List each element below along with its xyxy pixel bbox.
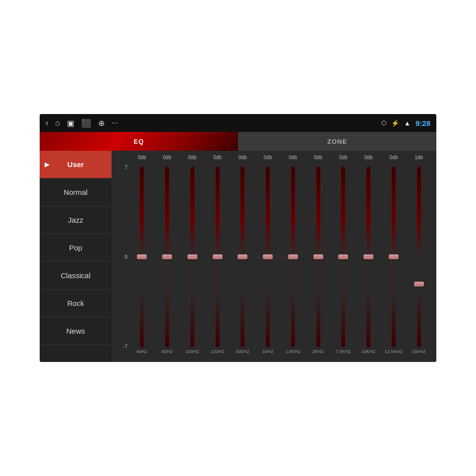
back-button[interactable]: ‹ [46, 119, 48, 127]
eq-slider-track-11[interactable] [417, 167, 421, 347]
status-bar-right: ⬡ ⚡ ▲ 9:28 [381, 119, 430, 127]
eq-freq-label-4: 500HZ [230, 349, 255, 358]
eq-slider-col-11 [406, 165, 431, 349]
cast-icon: ⬡ [381, 119, 386, 126]
eq-slider-handle-8[interactable] [338, 254, 348, 259]
sidebar-item-jazz[interactable]: Jazz [40, 206, 112, 234]
eq-slider-track-6[interactable] [291, 167, 295, 347]
eq-slider-handle-9[interactable] [363, 254, 373, 259]
sidebar-item-user[interactable]: ▶ User [40, 151, 112, 178]
recent-apps-button[interactable]: ▣ [67, 119, 74, 128]
bluetooth-icon: ⚡ [391, 119, 399, 127]
screen: ‹ ⌂ ▣ ⬛ ⊕ ··· ⬡ ⚡ ▲ 9:28 EQ ZONE [40, 114, 436, 362]
status-bar-left: ‹ ⌂ ▣ ⬛ ⊕ ··· [46, 119, 118, 128]
play-arrow-icon: ▶ [45, 161, 49, 168]
eq-slider-handle-4[interactable] [238, 254, 247, 259]
eq-slider-handle-7[interactable] [313, 254, 323, 259]
eq-db-label-0: 0db [129, 155, 155, 165]
eq-slider-handle-2[interactable] [187, 254, 197, 259]
eq-freq-label-9: 10KHZ [356, 349, 381, 358]
eq-slider-col-3 [205, 165, 230, 349]
eq-slider-col-4 [230, 165, 255, 349]
eq-slider-handle-1[interactable] [162, 254, 172, 259]
sidebar-item-news[interactable]: News [40, 317, 112, 345]
eq-slider-col-0 [129, 165, 155, 349]
tab-bar: EQ ZONE [40, 132, 436, 151]
eq-slider-track-3[interactable] [216, 167, 220, 347]
eq-slider-handle-10[interactable] [389, 254, 399, 259]
scale-top: 7 [124, 165, 127, 170]
eq-db-label-3: 0db [205, 155, 230, 165]
time-display: 9:28 [416, 119, 430, 127]
eq-freq-label-5: 1KHZ [255, 349, 281, 358]
eq-db-label-6: 0db [281, 155, 306, 165]
scale-bot: -7 [123, 344, 127, 349]
eq-freq-label-2: 100HZ [180, 349, 205, 358]
tab-zone[interactable]: ZONE [238, 132, 436, 151]
tab-eq[interactable]: EQ [40, 132, 238, 151]
eq-slider-track-10[interactable] [392, 167, 396, 347]
eq-freq-label-6: 1.5KHZ [281, 349, 306, 358]
scale-mid: 0 [124, 254, 127, 260]
eq-freq-label-7: 2KHZ [305, 349, 331, 358]
eq-db-label-7: 0db [305, 155, 331, 165]
eq-slider-handle-3[interactable] [213, 254, 223, 259]
eq-slider-track-1[interactable] [165, 167, 169, 347]
sidebar-item-rock[interactable]: Rock [40, 290, 112, 317]
bag-icon[interactable]: ⊕ [98, 119, 105, 128]
home-button[interactable]: ⌂ [55, 119, 60, 127]
eq-slider-col-5 [255, 165, 281, 349]
eq-freq-label-8: 7.5KHZ [331, 349, 356, 358]
eq-slider-col-7 [305, 165, 331, 349]
eq-slider-col-1 [155, 165, 180, 349]
eq-db-label-9: 0db [356, 155, 381, 165]
eq-slider-handle-6[interactable] [288, 254, 298, 259]
eq-db-label-8: 0db [331, 155, 356, 165]
eq-slider-col-8 [331, 165, 356, 349]
eq-slider-handle-5[interactable] [263, 254, 273, 259]
eq-freq-label-1: 80HZ [155, 349, 180, 358]
camera-button[interactable]: ⬛ [81, 119, 91, 128]
eq-db-label-2: 0db [180, 155, 205, 165]
eq-slider-col-6 [281, 165, 306, 349]
eq-body: 7 0 -7 [119, 165, 431, 349]
sidebar-item-normal[interactable]: Normal [40, 178, 112, 206]
eq-freq-label-0: 60HZ [129, 349, 155, 358]
eq-area: wincairan.ir 0db0db0db0db0db0db0db0db0db… [112, 151, 436, 362]
status-bar: ‹ ⌂ ▣ ⬛ ⊕ ··· ⬡ ⚡ ▲ 9:28 [40, 114, 436, 132]
eq-db-label-10: 0db [381, 155, 407, 165]
eq-slider-track-8[interactable] [341, 167, 345, 347]
eq-slider-track-2[interactable] [190, 167, 194, 347]
eq-slider-col-9 [356, 165, 381, 349]
sidebar-item-classical[interactable]: Classical [40, 262, 112, 290]
eq-freq-label-3: 120HZ [205, 349, 230, 358]
eq-db-label-5: 0db [255, 155, 281, 165]
eq-slider-col-2 [180, 165, 205, 349]
eq-freq-label-10: 12.5KHZ [381, 349, 407, 358]
wifi-icon: ▲ [404, 119, 411, 127]
eq-db-label-1: 0db [155, 155, 180, 165]
eq-freq-label-11: 15KHZ [406, 349, 431, 358]
sidebar: ▶ User Normal Jazz Pop Classical Rock [40, 151, 112, 362]
eq-slider-track-4[interactable] [240, 167, 244, 347]
eq-db-label-4: 0db [230, 155, 255, 165]
eq-slider-track-0[interactable] [140, 167, 144, 347]
device-frame: ‹ ⌂ ▣ ⬛ ⊕ ··· ⬡ ⚡ ▲ 9:28 EQ ZONE [0, 0, 476, 476]
eq-scale: 7 0 -7 [119, 165, 129, 349]
eq-labels-top: 0db0db0db0db0db0db0db0db0db0db0db1db [119, 155, 431, 165]
eq-slider-col-10 [381, 165, 407, 349]
eq-slider-handle-0[interactable] [137, 254, 147, 259]
sidebar-item-pop[interactable]: Pop [40, 234, 112, 262]
eq-slider-track-5[interactable] [266, 167, 270, 347]
eq-db-label-11: 1db [406, 155, 431, 165]
main-content: ▶ User Normal Jazz Pop Classical Rock [40, 151, 436, 362]
more-icon[interactable]: ··· [112, 119, 118, 127]
eq-sliders [129, 165, 431, 349]
eq-slider-handle-11[interactable] [414, 282, 424, 287]
eq-slider-track-9[interactable] [366, 167, 370, 347]
eq-labels-bottom: 60HZ80HZ100HZ120HZ500HZ1KHZ1.5KHZ2KHZ7.5… [119, 349, 431, 358]
eq-slider-track-7[interactable] [316, 167, 320, 347]
